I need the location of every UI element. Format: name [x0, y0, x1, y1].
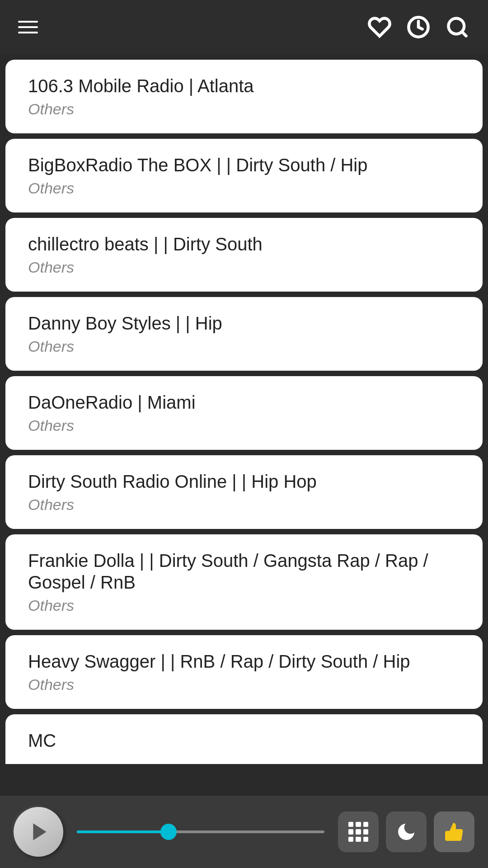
header-icons [367, 14, 470, 40]
svg-line-2 [462, 32, 466, 36]
radio-list-item[interactable]: 106.3 Mobile Radio | AtlantaOthers [5, 60, 483, 133]
search-button[interactable] [445, 14, 470, 40]
favorite-button[interactable] [367, 14, 392, 40]
radio-item-name: 106.3 Mobile Radio | Atlanta [28, 75, 460, 97]
radio-item-name: Dirty South Radio Online | | Hip Hop [28, 471, 460, 492]
radio-list-item[interactable]: Heavy Swagger | | RnB / Rap / Dirty Sout… [5, 635, 483, 709]
radio-item-category: Others [28, 179, 460, 197]
grid-button[interactable] [338, 811, 379, 852]
radio-item-category: Others [28, 597, 460, 614]
radio-item-name: Frankie Dolla | | Dirty South / Gangsta … [28, 550, 460, 593]
radio-item-category: Others [28, 259, 460, 276]
radio-item-name: Danny Boy Styles | | Hip [28, 312, 460, 334]
app-header [0, 0, 488, 54]
radio-item-category: Others [28, 100, 460, 118]
history-button[interactable] [406, 14, 431, 40]
radio-item-name: DaOneRadio | Miami [28, 392, 460, 413]
progress-thumb [160, 824, 177, 840]
radio-list-item[interactable]: Frankie Dolla | | Dirty South / Gangsta … [5, 534, 483, 630]
radio-item-category: Others [28, 417, 460, 434]
play-button[interactable] [14, 807, 63, 857]
progress-track [77, 830, 324, 833]
radio-item-name: BigBoxRadio The BOX | | Dirty South / Hi… [28, 154, 460, 176]
radio-item-name: MC [28, 730, 460, 751]
radio-list-item[interactable]: Dirty South Radio Online | | Hip HopOthe… [5, 455, 483, 529]
radio-list-item[interactable]: chillectro beats | | Dirty SouthOthers [5, 218, 483, 292]
radio-list: 106.3 Mobile Radio | AtlantaOthersBigBox… [0, 54, 488, 796]
radio-item-category: Others [28, 676, 460, 693]
progress-bar[interactable] [77, 830, 324, 833]
radio-item-category: Others [28, 338, 460, 355]
radio-item-name: Heavy Swagger | | RnB / Rap / Dirty Sout… [28, 651, 460, 672]
player-bar [0, 796, 488, 868]
progress-fill [77, 830, 169, 833]
menu-button[interactable] [18, 21, 38, 33]
radio-list-item[interactable]: BigBoxRadio The BOX | | Dirty South / Hi… [5, 139, 483, 212]
radio-list-item[interactable]: MC [5, 714, 483, 764]
radio-item-category: Others [28, 496, 460, 514]
svg-marker-3 [33, 823, 46, 840]
player-controls [338, 811, 474, 852]
night-mode-button[interactable] [386, 811, 427, 852]
thumbs-up-button[interactable] [434, 811, 474, 852]
radio-list-item[interactable]: DaOneRadio | MiamiOthers [5, 376, 483, 450]
radio-item-name: chillectro beats | | Dirty South [28, 233, 460, 255]
grid-icon [348, 822, 368, 842]
radio-list-item[interactable]: Danny Boy Styles | | HipOthers [5, 297, 483, 371]
